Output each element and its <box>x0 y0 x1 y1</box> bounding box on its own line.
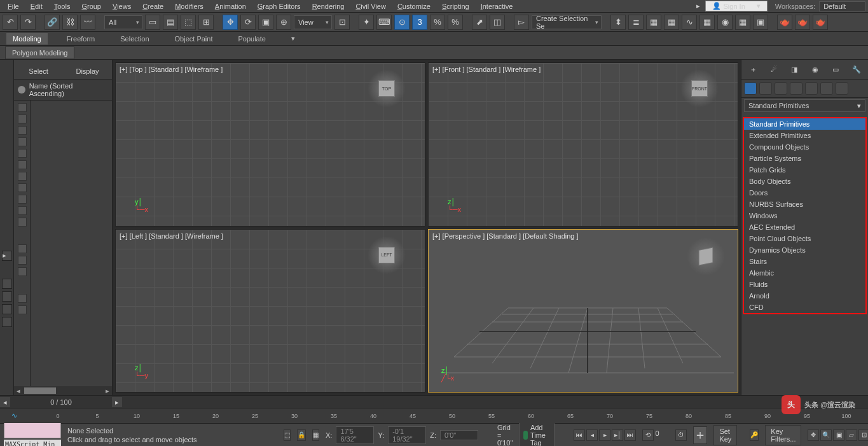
select-name-button[interactable]: ▤ <box>163 15 178 30</box>
angle-snap-button[interactable]: 3 <box>412 15 427 30</box>
spacewarps-cat-icon[interactable] <box>820 82 833 95</box>
key-filters-button[interactable]: Key Filters... <box>765 425 801 445</box>
menu-views[interactable]: Views <box>107 1 136 11</box>
viewport-front[interactable]: [+] [Front ] [Standard ] [Wireframe ] FR… <box>428 62 738 226</box>
zoom-button[interactable]: 🔍 <box>820 429 832 441</box>
abs-rel-icon[interactable]: ▦ <box>312 429 319 441</box>
filter-xref-icon[interactable] <box>18 183 27 192</box>
dock-flyout-icon[interactable]: ▸ <box>2 251 12 261</box>
layers-button[interactable]: ≣ <box>628 15 644 30</box>
hierarchy-tab-icon[interactable]: ◨ <box>787 62 801 76</box>
manipulate-button[interactable]: ✦ <box>359 15 374 30</box>
scene-header[interactable]: Name (Sorted Ascending) <box>14 79 112 101</box>
unlink-button[interactable]: ⛓ <box>62 15 78 30</box>
snap-toggle-button[interactable]: ⊙ <box>394 15 410 30</box>
menu-scripting[interactable]: Scripting <box>437 1 474 11</box>
shapes-cat-icon[interactable] <box>759 82 772 95</box>
workspaces-dropdown[interactable]: Default <box>819 1 865 11</box>
scale-button[interactable]: ▣ <box>258 15 273 30</box>
rect-select-button[interactable]: ⬚ <box>181 15 196 30</box>
render-setup-button[interactable]: ▦ <box>735 15 750 30</box>
menu-edit[interactable]: Edit <box>25 1 48 11</box>
dropdown-item[interactable]: Standard Primitives <box>744 118 865 130</box>
display-tab-icon[interactable]: ▭ <box>829 62 843 76</box>
time-next-button[interactable]: ▸ <box>112 397 122 407</box>
move-button[interactable]: ✥ <box>223 15 238 30</box>
select-button[interactable]: ▭ <box>145 15 160 30</box>
align-button[interactable]: ⬍ <box>610 15 626 30</box>
sign-in-button[interactable]: 👤Sign In▾ <box>705 1 768 11</box>
filter-geometry-icon[interactable] <box>18 103 27 112</box>
dropdown-item[interactable]: NURBS Surfaces <box>744 199 865 210</box>
filter-space-icon[interactable] <box>18 160 27 169</box>
dropdown-item[interactable]: Alembic <box>744 267 865 279</box>
geometry-cat-icon[interactable] <box>744 82 757 95</box>
ribbon-populate[interactable]: Populate <box>231 33 272 45</box>
menu-civil-view[interactable]: Civil View <box>350 1 390 11</box>
set-key-large-button[interactable]: ＋ <box>693 426 707 444</box>
dock-layout-3[interactable] <box>2 304 12 314</box>
zoom-all-button[interactable]: ▣ <box>833 429 844 441</box>
dock-layout-2[interactable] <box>2 291 12 302</box>
dropdown-item[interactable]: Arnold <box>744 290 865 302</box>
dropdown-item[interactable]: Compound Objects <box>744 141 865 153</box>
layer-explorer-button[interactable]: ▦ <box>646 15 661 30</box>
next-frame-button[interactable]: ▸│ <box>612 429 623 441</box>
percent-snap-button[interactable]: % <box>430 15 445 30</box>
systems-cat-icon[interactable] <box>836 82 848 95</box>
x-field[interactable]: 17'5 6/32" <box>336 426 374 444</box>
ribbon-toggle-button[interactable]: ▦ <box>664 15 679 30</box>
time-prev-button[interactable]: ◂ <box>0 397 10 407</box>
time-config-button[interactable]: ⏱ <box>675 429 687 441</box>
render-button[interactable]: 🫖 <box>777 15 792 30</box>
viewcube-front[interactable]: FRONT <box>680 69 719 108</box>
keyboard-button[interactable]: ⌨ <box>376 15 392 30</box>
ribbon-modeling[interactable]: Modeling <box>6 33 48 45</box>
display-frozen-icon[interactable] <box>18 256 27 265</box>
display-invert-icon[interactable] <box>18 305 27 314</box>
curve-editor-button[interactable]: ∿ <box>682 15 697 30</box>
curve-icon[interactable]: ∿ <box>11 412 17 420</box>
maxscript-listener[interactable]: MAXScript Min <box>4 440 61 447</box>
filter-frozen-icon[interactable] <box>18 218 27 226</box>
isolate-icon[interactable]: ⬚ <box>284 429 291 441</box>
create-tab-icon[interactable]: ＋ <box>746 62 760 76</box>
dock-layout-1[interactable] <box>2 279 12 289</box>
menu-rendering[interactable]: Rendering <box>307 1 350 11</box>
edit-selection-button[interactable]: ⬈ <box>472 15 487 30</box>
menu-graph-editors[interactable]: Graph Editors <box>252 1 306 11</box>
placement-button[interactable]: ⊕ <box>276 15 291 30</box>
dropdown-item[interactable]: Body Objects <box>744 176 865 187</box>
render-frame-button[interactable]: ▣ <box>753 15 768 30</box>
prev-frame-button[interactable]: ◂ <box>586 429 598 441</box>
ribbon-object-paint[interactable]: Object Paint <box>169 33 219 45</box>
dropdown-item[interactable]: Fluids <box>744 279 865 290</box>
dropdown-item[interactable]: CFD <box>744 302 865 313</box>
filter-dropdown[interactable]: All <box>104 15 142 29</box>
spinner-snap-button[interactable]: % <box>448 15 463 30</box>
material-editor-button[interactable]: ◉ <box>717 15 733 30</box>
arrow-icon[interactable]: ▸ <box>696 2 700 10</box>
menu-customize[interactable]: Customize <box>392 1 436 11</box>
play-button[interactable]: ▸ <box>599 429 610 441</box>
scene-tab-display[interactable]: Display <box>63 64 112 79</box>
render-cloud-button[interactable]: 🫖 <box>813 15 828 30</box>
dropdown-item[interactable]: AEC Extended <box>744 221 865 233</box>
lock-icon[interactable]: 🔒 <box>297 429 306 441</box>
mirror-button[interactable]: ▻ <box>514 15 529 30</box>
scene-tab-select[interactable]: Select <box>14 64 63 79</box>
cameras-cat-icon[interactable] <box>790 82 803 95</box>
add-time-tag-button[interactable]: Add Time Tag <box>519 422 555 447</box>
z-field[interactable]: 0'0" <box>440 430 478 440</box>
utilities-tab-icon[interactable]: 🔧 <box>850 62 864 76</box>
link-button[interactable]: 🔗 <box>45 15 60 30</box>
ribbon-toggle-icon[interactable]: ▾ <box>285 32 301 45</box>
frame-field[interactable]: 0 <box>655 429 674 441</box>
edit-named-button[interactable]: ◫ <box>490 15 505 30</box>
menu-interactive[interactable]: Interactive <box>476 1 518 11</box>
dropdown-item[interactable]: Dynamics Objects <box>744 244 865 256</box>
viewcube-left[interactable]: LEFT <box>368 236 406 274</box>
filter-groups-icon[interactable] <box>18 172 27 181</box>
filter-bone-icon[interactable] <box>18 195 27 204</box>
menu-create[interactable]: Create <box>137 1 169 11</box>
